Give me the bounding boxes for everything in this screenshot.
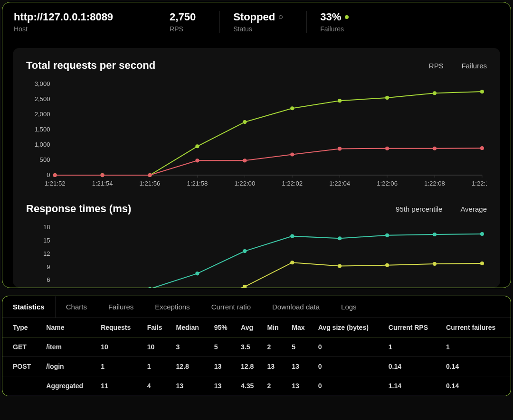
svg-point-37 [480, 90, 484, 93]
svg-text:1:21:52: 1:21:52 [45, 180, 66, 187]
stats-table: TypeNameRequestsFailsMedian95%AvgMinMaxA… [2, 318, 511, 396]
tab-logs[interactable]: Logs [331, 296, 368, 317]
host-value: http://127.0.0.1:8089 [14, 11, 113, 23]
table-cell: /login [41, 357, 96, 376]
col-header[interactable]: Fails [142, 318, 171, 337]
col-header[interactable]: Type [2, 318, 41, 337]
table-cell: 10 [96, 337, 142, 357]
tab-download-data[interactable]: Download data [262, 296, 331, 317]
stat-status: Stopped Status [233, 11, 307, 33]
svg-text:18: 18 [43, 224, 50, 231]
svg-text:1:22:08: 1:22:08 [424, 180, 445, 187]
svg-text:1:21:56: 1:21:56 [140, 180, 161, 187]
svg-text:6: 6 [47, 277, 50, 284]
table-cell: 0.14 [441, 376, 511, 396]
header-stats: http://127.0.0.1:8089 Host 2,750 RPS Sto… [2, 2, 511, 41]
svg-point-40 [148, 173, 152, 177]
svg-text:1:22:02: 1:22:02 [282, 180, 303, 187]
svg-point-32 [243, 120, 247, 124]
svg-point-35 [385, 96, 389, 100]
col-header[interactable]: Median [171, 318, 209, 337]
legend-p95-dot-icon [387, 206, 392, 211]
svg-point-46 [433, 147, 437, 150]
table-cell: 0.14 [384, 357, 441, 376]
top-panel: http://127.0.0.1:8089 Host 2,750 RPS Sto… [2, 2, 511, 288]
chart-response-title: Response times (ms) [26, 203, 131, 215]
svg-point-55 [243, 249, 247, 253]
table-cell: Aggregated [41, 376, 96, 396]
svg-text:0: 0 [47, 171, 50, 178]
table-cell: 1 [96, 357, 142, 376]
table-cell: 2 [263, 337, 287, 357]
col-header[interactable]: Requests [96, 318, 142, 337]
table-cell: 1 [441, 337, 511, 357]
svg-point-62 [243, 285, 247, 288]
table-row[interactable]: Aggregated11413134.3521301.140.14 [2, 376, 511, 396]
table-cell: 4.35 [236, 376, 262, 396]
table-cell: 13 [171, 376, 209, 396]
tab-charts[interactable]: Charts [56, 296, 98, 317]
table-cell: 5 [209, 337, 236, 357]
legend-rps-dot-icon [420, 63, 425, 68]
svg-text:3,000: 3,000 [35, 80, 50, 87]
svg-text:1:22:04: 1:22:04 [329, 180, 350, 187]
svg-point-44 [338, 147, 342, 150]
table-row[interactable]: POST/login1112.81312.8131300.140.14 [2, 357, 511, 376]
legend-avg-dot-icon [452, 206, 456, 211]
tab-statistics[interactable]: Statistics [2, 296, 56, 317]
failures-label: Failures [320, 25, 349, 33]
table-cell: 13 [287, 357, 313, 376]
rps-label: RPS [170, 25, 196, 33]
charts-area: Total requests per second RPS Failures 0… [13, 48, 500, 288]
svg-point-64 [338, 264, 342, 268]
status-dot-icon [279, 15, 283, 19]
svg-point-65 [385, 263, 389, 267]
col-header[interactable]: Avg [236, 318, 262, 337]
table-header-row: TypeNameRequestsFailsMedian95%AvgMinMaxA… [2, 318, 511, 337]
table-cell: GET [2, 337, 41, 357]
svg-point-57 [338, 237, 342, 241]
svg-text:1:22:00: 1:22:00 [234, 180, 255, 187]
svg-point-66 [433, 262, 437, 266]
tab-failures[interactable]: Failures [98, 296, 144, 317]
svg-point-42 [243, 159, 247, 162]
table-cell: 12.8 [236, 357, 262, 376]
col-header[interactable]: Current failures [441, 318, 511, 337]
svg-point-38 [53, 173, 57, 177]
table-cell: 0 [314, 376, 384, 396]
svg-text:1:21:54: 1:21:54 [92, 180, 113, 187]
table-cell: 3 [171, 337, 209, 357]
svg-point-39 [101, 173, 104, 177]
col-header[interactable]: Name [41, 318, 96, 337]
stat-failures: 33% Failures [320, 11, 372, 33]
svg-text:1,000: 1,000 [35, 141, 50, 148]
svg-point-47 [480, 146, 484, 150]
table-cell: 10 [142, 337, 171, 357]
legend-avg: Average [452, 205, 487, 213]
legend-failures-dot-icon [453, 63, 458, 68]
table-cell: POST [2, 357, 41, 376]
chart-rps-svg: 05001,0001,5002,0002,5003,0001:21:521:21… [26, 79, 487, 189]
svg-point-56 [290, 234, 294, 238]
table-cell: 12.8 [171, 357, 209, 376]
chart-response-svg: 69121518 [26, 223, 487, 288]
svg-point-41 [195, 159, 199, 162]
svg-text:2,000: 2,000 [35, 111, 50, 118]
col-header[interactable]: Avg size (bytes) [314, 318, 384, 337]
col-header[interactable]: 95% [209, 318, 236, 337]
host-label: Host [14, 25, 113, 33]
col-header[interactable]: Max [287, 318, 313, 337]
tab-current-ratio[interactable]: Current ratio [201, 296, 262, 317]
col-header[interactable]: Min [263, 318, 287, 337]
tab-bar: StatisticsChartsFailuresExceptionsCurren… [2, 296, 511, 318]
chart-rps-title: Total requests per second [26, 59, 155, 72]
table-cell [2, 376, 41, 396]
table-row[interactable]: GET/item1010353.525011 [2, 337, 511, 357]
tab-exceptions[interactable]: Exceptions [144, 296, 200, 317]
table-cell: 13 [209, 376, 236, 396]
col-header[interactable]: Current RPS [384, 318, 441, 337]
table-cell: 2 [263, 376, 287, 396]
svg-text:2,500: 2,500 [35, 95, 50, 103]
table-cell: 5 [287, 337, 313, 357]
table-cell: 13 [209, 357, 236, 376]
